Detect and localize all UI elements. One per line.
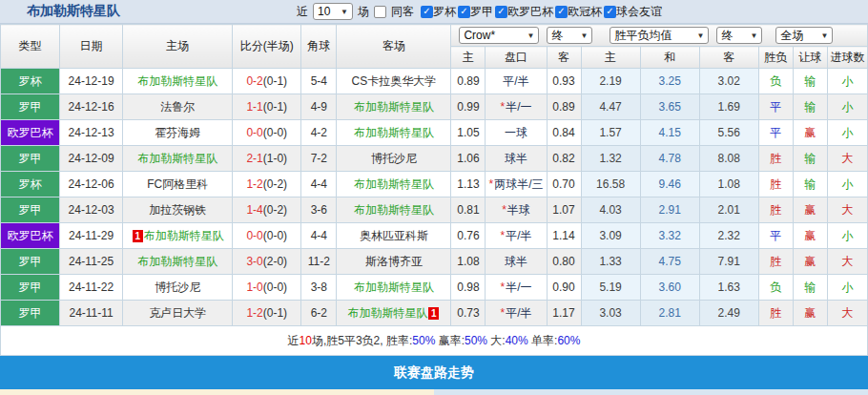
home-team[interactable]: 博托沙尼	[123, 275, 233, 301]
avg-home-odds: 16.58	[581, 172, 640, 198]
away-team[interactable]: 布加勒斯特星队	[337, 198, 451, 223]
league-checkbox[interactable]: ✓	[555, 6, 568, 18]
away-team[interactable]: 博托沙尼	[337, 146, 451, 172]
section-bar-title: 联赛盘路走势	[394, 364, 474, 382]
away-team-name: 布加勒斯特星队	[354, 203, 434, 217]
handicap-home-odds: 1.06	[451, 146, 486, 172]
handicap-final-select[interactable]: 终 ▼	[547, 27, 592, 44]
stat-segment: 50%	[465, 334, 487, 347]
avg-draw-odds: 2.91	[640, 198, 699, 223]
matches-count-select[interactable]: 10 ▼	[313, 3, 353, 20]
home-team[interactable]: FC阿格里科	[123, 172, 233, 198]
home-team[interactable]: 布加勒斯特星队	[123, 69, 233, 94]
away-team[interactable]: 布加勒斯特星队	[337, 275, 451, 301]
full-time-score: 2-1	[246, 152, 262, 165]
match-score: 0-0(0-0)	[233, 223, 301, 249]
home-team[interactable]: 布加勒斯特星队	[123, 146, 233, 172]
home-team-name: FC阿格里科	[147, 177, 208, 191]
odds-type-select[interactable]: 胜平负均值 ▼	[610, 27, 709, 44]
home-team[interactable]: 布加勒斯特星队	[123, 249, 233, 275]
half-time-score: (0-0)	[263, 229, 287, 242]
win-draw-loss-result: 平	[758, 120, 793, 146]
check-icon: ✓	[606, 7, 613, 16]
avg-draw-odds: 4.75	[640, 249, 699, 275]
home-team-name: 博托沙尼	[155, 281, 200, 294]
handicap-home-odds: 1.08	[451, 249, 486, 275]
handicap-away-odds: 0.93	[547, 69, 581, 94]
league-checkbox[interactable]: ✓	[458, 6, 470, 18]
away-team[interactable]: CS卡拉奥华大学	[337, 69, 451, 94]
match-row: 罗甲 24-11-22 博托沙尼 1-0(0-0) 3-8 布加勒斯特星队 0.…	[1, 275, 868, 301]
half-time-score: (1-0)	[263, 152, 287, 165]
away-team[interactable]: 布加勒斯特星队	[337, 172, 451, 198]
match-type-badge: 罗杯	[1, 172, 60, 198]
full-time-score: 1-2	[246, 177, 262, 191]
stat-segment: 场,胜5平3负2, 胜率:	[312, 333, 412, 349]
scope-select[interactable]: 全场 ▼	[775, 27, 833, 44]
away-team[interactable]: 奥林匹亚科斯	[337, 223, 451, 249]
avg-away-odds: 2.32	[699, 223, 758, 249]
odds-type-value: 胜平负均值	[614, 28, 672, 44]
away-team-name: CS卡拉奥华大学	[352, 74, 437, 88]
stat-segment: 50%	[412, 334, 435, 347]
home-team-name: 布加勒斯特星队	[137, 74, 217, 88]
away-team[interactable]: 布加勒斯特星队	[337, 120, 451, 146]
odds-final-select[interactable]: 终 ▼	[716, 27, 762, 44]
next-section-right-strip	[434, 389, 868, 395]
handicap-line: 平/半	[486, 69, 547, 94]
scope-value: 全场	[780, 28, 803, 44]
league-filter-item: ✓球会友谊	[604, 4, 662, 20]
match-date: 24-12-13	[60, 120, 123, 146]
handicap-home-odds: 0.81	[451, 198, 486, 223]
match-date: 24-12-16	[60, 94, 123, 120]
half-time-score: (0-0)	[263, 281, 287, 294]
goals-over-under: 小	[827, 172, 867, 198]
red-card-badge: 1	[428, 307, 439, 320]
home-team[interactable]: 克卢日大学	[123, 301, 233, 326]
handicap-away-odds: 1.07	[547, 198, 581, 223]
match-row: 罗甲 24-12-16 法鲁尔 1-1(0-1) 4-9 布加勒斯特星队 0.9…	[1, 94, 868, 120]
win-draw-loss-result: 胜	[758, 146, 793, 172]
league-filter-item: ✓罗杯	[421, 4, 456, 20]
check-icon: ✓	[460, 7, 467, 16]
col-header-corner: 角球	[301, 25, 337, 69]
bookmaker-select[interactable]: Crow* ▼	[459, 27, 539, 44]
match-date: 24-12-03	[60, 198, 123, 223]
league-checkbox[interactable]: ✓	[495, 6, 507, 18]
home-team[interactable]: 1布加勒斯特星队	[123, 223, 233, 249]
goals-over-under: 小	[827, 275, 867, 301]
asterisk-marker: *	[500, 281, 505, 294]
match-row: 罗甲 24-11-11 克卢日大学 1-2(0-1) 6-2 布加勒斯特星队1 …	[1, 301, 868, 326]
next-section-left-strip	[0, 389, 434, 395]
avg-home-odds: 4.47	[581, 94, 640, 120]
league-filter-item: ✓罗甲	[458, 4, 493, 20]
match-score: 1-0(0-0)	[233, 275, 301, 301]
home-team-name: 克卢日大学	[149, 306, 206, 320]
league-checkbox[interactable]: ✓	[604, 6, 616, 18]
away-team-name: 布加勒斯特星队	[354, 100, 434, 114]
avg-home-odds: 3.03	[581, 301, 640, 326]
away-team[interactable]: 斯洛博齐亚	[337, 249, 451, 275]
avg-away-odds: 3.02	[699, 69, 758, 94]
same-away-label: 同客	[391, 4, 414, 20]
home-team[interactable]: 法鲁尔	[123, 94, 233, 120]
away-team-name: 斯洛博齐亚	[365, 255, 423, 268]
handicap-line: 球半	[486, 249, 547, 275]
match-score: 1-4(0-2)	[233, 198, 301, 223]
home-team-name: 布加勒斯特星队	[137, 255, 217, 268]
home-team[interactable]: 加拉茨钢铁	[123, 198, 233, 223]
league-checkbox[interactable]: ✓	[421, 6, 433, 18]
col-header-home: 主场	[123, 25, 233, 69]
corner-count: 7-2	[301, 146, 337, 172]
home-team[interactable]: 霍芬海姆	[123, 120, 233, 146]
avg-away-odds: 1.69	[699, 94, 758, 120]
match-row: 欧罗巴杯 24-11-29 1布加勒斯特星队 0-0(0-0) 4-4 奥林匹亚…	[1, 223, 868, 249]
same-away-checkbox[interactable]	[374, 6, 386, 18]
avg-draw-odds: 3.32	[640, 223, 699, 249]
stat-segment: 单率:	[528, 333, 558, 349]
away-team[interactable]: 布加勒斯特星队	[337, 94, 451, 120]
matches-count-value: 10	[318, 5, 330, 18]
match-score: 3-0(2-0)	[233, 249, 301, 275]
away-team[interactable]: 布加勒斯特星队1	[337, 301, 451, 326]
summary-stats: 近10场,胜5平3负2, 胜率:50% 赢率:50% 大:40% 单率:60%	[0, 326, 868, 356]
